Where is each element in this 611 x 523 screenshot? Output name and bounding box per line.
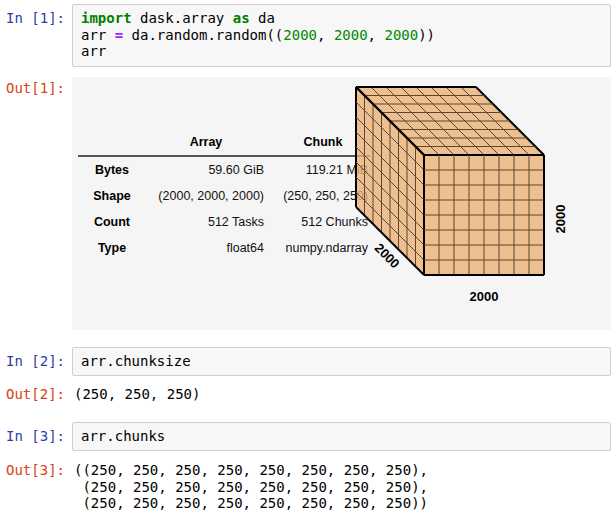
- number-literal: 2000: [384, 27, 418, 43]
- output-prompt-3: Out[3]:: [0, 461, 72, 479]
- output-cell-2: Out[2]: (250, 250, 250): [0, 385, 611, 403]
- cell-array-type: float64: [136, 235, 266, 261]
- code-cell-2: In [2]: arr.chunksize: [0, 347, 611, 377]
- code-text: arr: [81, 27, 115, 43]
- operator-equals: =: [115, 27, 123, 43]
- keyword-as: as: [233, 10, 250, 26]
- code-text: ,: [368, 27, 385, 43]
- code-text: dask.array: [132, 10, 233, 26]
- row-label: Count: [78, 209, 136, 235]
- cube-label-bottom: 2000: [470, 289, 499, 304]
- number-literal: 2000: [334, 27, 368, 43]
- table-header-row: Array Chunk: [78, 129, 370, 156]
- code-cell-3: In [3]: arr.chunks: [0, 422, 611, 452]
- dask-array-table: Array Chunk Bytes 59.60 GiB 119.21 MiB S…: [78, 129, 370, 261]
- header-blank: [78, 129, 136, 156]
- cell-array-shape: (2000, 2000, 2000): [136, 183, 266, 209]
- table-row: Bytes 59.60 GiB 119.21 MiB: [78, 156, 370, 183]
- header-array: Array: [136, 129, 266, 156]
- code-input-1[interactable]: import dask.array as da arr = da.random.…: [72, 4, 611, 67]
- code-cell-1: In [1]: import dask.array as da arr = da…: [0, 4, 611, 67]
- number-literal: 2000: [283, 27, 317, 43]
- dask-array-cube: 2000 2000 2000: [346, 77, 581, 317]
- code-line: arr.chunksize: [81, 353, 602, 370]
- output-prompt-1: Out[1]:: [0, 77, 72, 97]
- code-text: ,: [317, 27, 334, 43]
- cell-array-count: 512 Tasks: [136, 209, 266, 235]
- output-prompt-2: Out[2]:: [0, 385, 72, 403]
- code-text: da: [250, 10, 275, 26]
- input-prompt-1: In [1]:: [0, 4, 72, 27]
- row-label: Type: [78, 235, 136, 261]
- table-row: Type float64 numpy.ndarray: [78, 235, 370, 261]
- cell-array-bytes: 59.60 GiB: [136, 156, 266, 183]
- code-input-2[interactable]: arr.chunksize: [72, 347, 611, 377]
- keyword-import: import: [81, 10, 132, 26]
- row-label: Shape: [78, 183, 136, 209]
- output-cell-3: Out[3]: ((250, 250, 250, 250, 250, 250, …: [0, 461, 611, 512]
- code-line: import dask.array as da: [81, 10, 602, 27]
- code-line: arr.chunks: [81, 428, 602, 445]
- output-value-2: (250, 250, 250): [72, 385, 200, 403]
- code-text: )): [418, 27, 435, 43]
- code-text: da.random.random((: [123, 27, 283, 43]
- code-line: arr: [81, 43, 602, 60]
- code-line: arr = da.random.random((2000, 2000, 2000…: [81, 27, 602, 44]
- table-row: Count 512 Tasks 512 Chunks: [78, 209, 370, 235]
- code-input-3[interactable]: arr.chunks: [72, 422, 611, 452]
- table-row: Shape (2000, 2000, 2000) (250, 250, 250): [78, 183, 370, 209]
- code-text: arr: [81, 43, 106, 59]
- dask-array-table-wrap: Array Chunk Bytes 59.60 GiB 119.21 MiB S…: [78, 129, 370, 261]
- dask-array-repr: Array Chunk Bytes 59.60 GiB 119.21 MiB S…: [72, 77, 611, 330]
- row-label: Bytes: [78, 156, 136, 183]
- input-prompt-3: In [3]:: [0, 422, 72, 445]
- cube-label-right: 2000: [553, 204, 568, 233]
- output-value-3: ((250, 250, 250, 250, 250, 250, 250, 250…: [72, 461, 428, 512]
- input-prompt-2: In [2]:: [0, 347, 72, 370]
- output-cell-1: Out[1]: Array Chunk Bytes 59.60 GiB: [0, 77, 611, 330]
- notebook: In [1]: import dask.array as da arr = da…: [0, 4, 611, 512]
